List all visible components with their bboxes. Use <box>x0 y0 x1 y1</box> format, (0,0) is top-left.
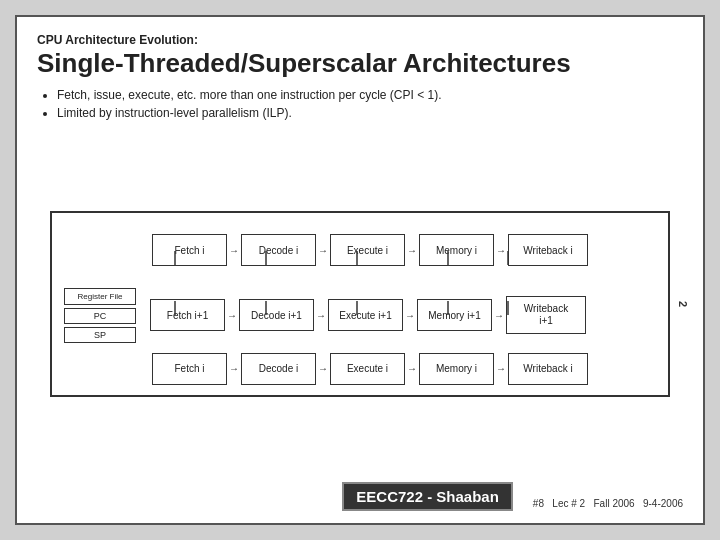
pipeline-row-2: Register File PC SP Fetch i+1 → Decode i… <box>64 288 656 343</box>
footer-lec: Lec # 2 <box>552 498 585 509</box>
bullets-list: Fetch, issue, execute, etc. more than on… <box>37 86 683 122</box>
stage-memory-i1: Memory i+1 <box>417 299 492 331</box>
footer-date: 9-4-2006 <box>643 498 683 509</box>
arrow-2-2: → <box>314 310 328 320</box>
footer: EECC722 - Shaaban #8 Lec # 2 Fall 2006 9… <box>37 482 683 511</box>
arrow-3-4: → <box>494 364 508 374</box>
footer-hash: #8 <box>533 498 544 509</box>
stage-execute-i1: Execute i+1 <box>328 299 403 331</box>
stage-execute-i-3: Execute i <box>330 353 405 385</box>
stage-writeback-i-3: Writeback i <box>508 353 588 385</box>
subtitle: CPU Architecture Evolution: <box>37 33 683 47</box>
arrow-1-3: → <box>405 245 419 255</box>
eecc-badge: EECC722 - Shaaban <box>342 482 513 511</box>
stage-decode-i: Decode i <box>241 234 316 266</box>
eecc-badge-text: EECC722 - Shaaban <box>356 488 499 505</box>
side-label: 2 <box>677 301 689 307</box>
stage-memory-i-3: Memory i <box>419 353 494 385</box>
title: Single-Threaded/Superscalar Architecture… <box>37 49 683 78</box>
arrow-2-4: → <box>492 310 506 320</box>
stage-writeback-i1: Writebacki+1 <box>506 296 586 334</box>
outer-rect: Register File PC SP Fetch i → Decode i →… <box>50 211 670 397</box>
stage-fetch-i-3: Fetch i <box>152 353 227 385</box>
stage-memory-i: Memory i <box>419 234 494 266</box>
bullet-2: Limited by instruction-level parallelism… <box>57 104 683 122</box>
pc-box: PC <box>64 308 136 324</box>
arrow-1-4: → <box>494 245 508 255</box>
arrow-2-3: → <box>403 310 417 320</box>
stage-fetch-i: Fetch i <box>152 234 227 266</box>
stages-row-1: Fetch i → Decode i → Execute i → Memory … <box>152 234 588 266</box>
stage-writeback-i: Writeback i <box>508 234 588 266</box>
footer-term: Fall 2006 <box>593 498 634 509</box>
stage-execute-i: Execute i <box>330 234 405 266</box>
stage-decode-i1: Decode i+1 <box>239 299 314 331</box>
register-file-box: Register File <box>64 288 136 305</box>
diagram: Register File PC SP Fetch i → Decode i →… <box>37 130 683 478</box>
arrow-3-2: → <box>316 364 330 374</box>
slide: CPU Architecture Evolution: Single-Threa… <box>15 15 705 525</box>
left-panel: Register File PC SP <box>64 288 144 343</box>
stages-row-2: Fetch i+1 → Decode i+1 → Execute i+1 → M… <box>150 296 586 334</box>
pipeline-row-3: Register File Fetch i → Decode i → Execu… <box>64 353 656 385</box>
sp-box: SP <box>64 327 136 343</box>
arrow-1-1: → <box>227 245 241 255</box>
arrow-3-3: → <box>405 364 419 374</box>
stage-fetch-i1: Fetch i+1 <box>150 299 225 331</box>
stage-decode-i-3: Decode i <box>241 353 316 385</box>
bullet-1: Fetch, issue, execute, etc. more than on… <box>57 86 683 104</box>
stages-row-3: Fetch i → Decode i → Execute i → Memory … <box>152 353 588 385</box>
arrow-1-2: → <box>316 245 330 255</box>
arrow-2-1: → <box>225 310 239 320</box>
arrow-3-1: → <box>227 364 241 374</box>
pipeline-row-1: Register File PC SP Fetch i → Decode i →… <box>64 223 656 278</box>
footer-note: #8 Lec # 2 Fall 2006 9-4-2006 <box>533 498 683 511</box>
